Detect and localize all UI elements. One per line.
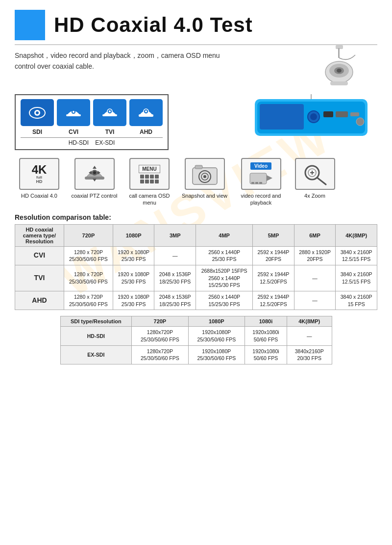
hd-sdi-subrow: HD-SDI EX-SDI	[21, 137, 163, 146]
svg-point-27	[356, 118, 364, 126]
sdi-col-4k: 4K(8MP)	[287, 316, 332, 327]
camera-section: SDI CVI TVI AHD HD-SDI EX-SDI	[15, 94, 377, 150]
sdi-col-720p: 720P	[132, 316, 188, 327]
svg-point-9	[36, 111, 39, 114]
svg-rect-37	[195, 165, 202, 169]
svg-rect-43	[251, 182, 254, 184]
ptz-camera-image	[309, 45, 368, 89]
device-image	[255, 94, 372, 145]
table-row: TVI1280 x 720P 25/30/50/60 FPS1920 x 108…	[15, 265, 377, 291]
resolution-table: HD coaxial camera type/ Resolution 720P …	[15, 224, 377, 311]
col-4mp: 4MP	[196, 224, 253, 246]
feature-4k: 4K full HD HD Coaxial 4.0	[15, 158, 64, 207]
col-5mp: 5MP	[253, 224, 294, 246]
svg-rect-24	[323, 111, 333, 117]
tvi-icon-box	[93, 99, 126, 126]
sdi-col-type: SDI type/Resolution	[60, 316, 132, 327]
sdi-table-row: EX-SDI1280x720P 25/30/50/60 FPS1920x1080…	[60, 345, 332, 364]
table-row: CVI1280 x 720P 25/30/50/60 FPS1920 x 108…	[15, 246, 377, 265]
ahd-icon-box	[129, 99, 163, 126]
sdi-table: SDI type/Resolution 720P 1080P 1080i 4K(…	[60, 316, 332, 364]
table-row: AHD1280 x 720P 25/30/50/60 FPS1920 x 108…	[15, 291, 377, 310]
col-type: HD coaxial camera type/ Resolution	[15, 224, 64, 246]
feature-video: Video video record and playback	[235, 158, 287, 207]
svg-rect-21	[260, 104, 304, 130]
feature-osd-label: call camera OSD menu	[125, 192, 174, 207]
col-3mp: 3MP	[154, 224, 196, 246]
svg-rect-45	[259, 182, 262, 184]
page-title: HD Coaxial 4.0 Test	[54, 13, 253, 37]
feature-zoom: 4x Zoom	[292, 158, 338, 207]
svg-rect-26	[350, 112, 359, 116]
feature-snapshot-label: Snapshot and view	[182, 192, 227, 199]
feature-video-label: video record and playback	[235, 192, 287, 207]
svg-point-40	[203, 175, 206, 178]
feature-row: 4K full HD HD Coaxial 4.0	[15, 158, 377, 207]
col-1080p: 1080P	[113, 224, 154, 246]
ahd-label: AHD	[129, 129, 163, 135]
svg-point-23	[310, 113, 317, 120]
feature-zoom-label: 4x Zoom	[304, 192, 325, 199]
svg-rect-10	[66, 114, 81, 116]
col-720p: 720P	[64, 224, 113, 246]
svg-marker-33	[93, 179, 97, 182]
svg-line-48	[317, 178, 326, 184]
col-4k: 4K(8MP)	[336, 224, 377, 246]
svg-point-5	[337, 69, 342, 73]
resolution-title: Resolution comparison table:	[15, 213, 377, 221]
feature-osd: MENU call camera OSD menu	[125, 158, 174, 207]
svg-point-12	[73, 111, 74, 113]
sdi-col-1080i: 1080i	[245, 316, 287, 327]
svg-rect-13	[102, 114, 117, 116]
sdi-icon-box	[21, 99, 54, 126]
svg-marker-32	[93, 166, 97, 169]
feature-ptz-label: coaxial PTZ control	[71, 192, 117, 199]
sdi-table-row: HD-SDI1280x720P 25/30/50/60 FPS1920x1080…	[60, 327, 332, 345]
svg-point-31	[93, 171, 96, 174]
svg-rect-25	[336, 111, 348, 117]
header: HD Coaxial 4.0 Test	[15, 10, 377, 45]
svg-rect-1	[338, 48, 340, 58]
svg-rect-6	[330, 81, 348, 85]
col-6mp: 6MP	[294, 224, 336, 246]
description-text: Snapshot，video record and playback，zoom，…	[15, 50, 225, 72]
feature-ptz: coaxial PTZ control	[69, 158, 120, 207]
feature-4k-label: HD Coaxial 4.0	[21, 192, 57, 199]
cvi-icon-box	[57, 99, 90, 126]
header-blue-square	[15, 10, 45, 40]
svg-marker-42	[267, 175, 272, 181]
tvi-label: TVI	[93, 129, 126, 135]
sdi-col-1080p: 1080P	[188, 316, 245, 327]
feature-snapshot: Snapshot and view	[179, 158, 230, 207]
svg-rect-44	[255, 182, 258, 184]
cvi-label: CVI	[57, 129, 90, 135]
svg-rect-16	[139, 114, 153, 117]
sdi-label: SDI	[21, 129, 54, 135]
svg-point-18	[145, 110, 147, 112]
svg-point-15	[109, 110, 111, 112]
